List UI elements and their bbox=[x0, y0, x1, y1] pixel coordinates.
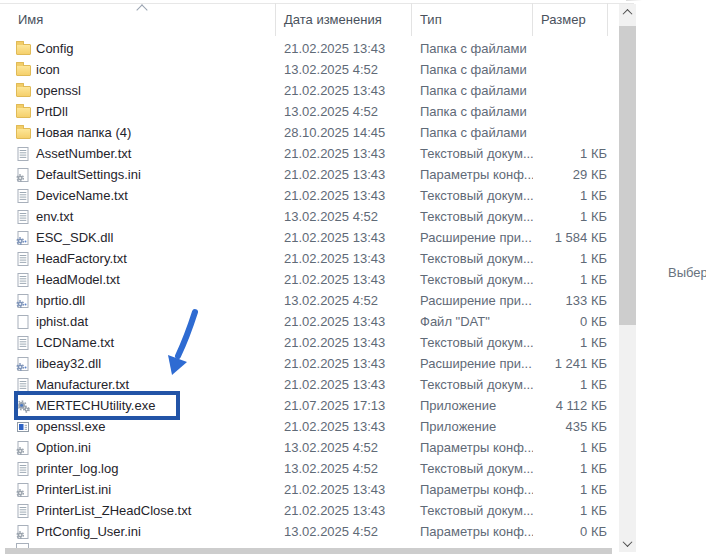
file-type: Папка с файлами bbox=[412, 122, 533, 143]
file-name: Option.ini bbox=[36, 437, 91, 458]
file-size: 1 КБ bbox=[533, 185, 608, 206]
scroll-down-button[interactable] bbox=[619, 535, 636, 552]
folder-icon bbox=[15, 125, 31, 141]
file-row[interactable]: AssetNumber.txt 21.02.2025 13:43 Текстов… bbox=[0, 143, 619, 164]
file-size: 1 КБ bbox=[533, 143, 608, 164]
file-row[interactable]: printer_log.log 13.02.2025 4:52 Текстовы… bbox=[0, 458, 619, 479]
folder-icon bbox=[15, 83, 31, 99]
file-row[interactable]: DefaultSettings.ini 21.02.2025 13:43 Пар… bbox=[0, 164, 619, 185]
text-file-icon bbox=[15, 209, 31, 225]
file-date-modified: 13.02.2025 4:52 bbox=[276, 101, 412, 122]
file-size: 1 КБ bbox=[533, 248, 608, 269]
file-row[interactable]: DeviceName.txt 21.02.2025 13:43 Текстовы… bbox=[0, 185, 619, 206]
file-date-modified: 13.02.2025 4:52 bbox=[276, 458, 412, 479]
file-type: Параметры конф... bbox=[412, 521, 533, 542]
file-name: ESC_SDK.dll bbox=[36, 227, 113, 248]
file-date-modified: 21.02.2025 13:43 bbox=[276, 374, 412, 395]
file-row[interactable]: iphist.dat 21.02.2025 13:43 Файл "DAT" 0… bbox=[0, 311, 619, 332]
dll-file-icon bbox=[15, 356, 31, 372]
file-list: Config 21.02.2025 13:43 Папка с файлами … bbox=[0, 38, 619, 542]
file-size: 1 КБ bbox=[533, 500, 608, 521]
file-size bbox=[533, 80, 608, 101]
file-date-modified: 21.02.2025 13:43 bbox=[276, 143, 412, 164]
file-size bbox=[533, 38, 608, 59]
text-file-icon bbox=[15, 335, 31, 351]
folder-icon bbox=[15, 104, 31, 120]
file-row[interactable]: Новая папка (4) 28.10.2025 14:45 Папка с… bbox=[0, 122, 619, 143]
file-date-modified: 21.02.2025 13:43 bbox=[276, 248, 412, 269]
file-row[interactable]: LCDName.txt 21.02.2025 13:43 Текстовый д… bbox=[0, 332, 619, 353]
file-type: Параметры конф... bbox=[412, 479, 533, 500]
column-header-size[interactable]: Размер bbox=[533, 3, 608, 36]
file-size: 1 КБ bbox=[533, 437, 608, 458]
file-name: openssl bbox=[36, 80, 81, 101]
file-row[interactable]: Manufacturer.txt 21.02.2025 13:43 Тексто… bbox=[0, 374, 619, 395]
file-date-modified: 13.02.2025 4:52 bbox=[276, 290, 412, 311]
file-type: Параметры конф... bbox=[412, 164, 533, 185]
dat-file-icon bbox=[15, 314, 31, 330]
ini-file-icon bbox=[15, 167, 31, 183]
file-name: libeay32.dll bbox=[36, 353, 101, 374]
file-row[interactable]: libeay32.dll 21.02.2025 13:43 Расширение… bbox=[0, 353, 619, 374]
file-name: AssetNumber.txt bbox=[36, 143, 131, 164]
file-type: Расширение при... bbox=[412, 353, 533, 374]
file-row[interactable]: openssl 21.02.2025 13:43 Папка с файлами bbox=[0, 80, 619, 101]
file-row[interactable]: icon 13.02.2025 4:52 Папка с файлами bbox=[0, 59, 619, 80]
exe-file-icon bbox=[15, 398, 31, 414]
file-size: 435 КБ bbox=[533, 416, 608, 437]
file-date-modified: 13.02.2025 4:52 bbox=[276, 206, 412, 227]
file-date-modified: 21.02.2025 13:43 bbox=[276, 227, 412, 248]
preview-pane-placeholder: Выбер bbox=[668, 265, 706, 280]
file-row[interactable]: PrinterList.ini 21.02.2025 13:43 Парамет… bbox=[0, 479, 619, 500]
text-file-icon bbox=[15, 272, 31, 288]
file-name: HeadFactory.txt bbox=[36, 248, 127, 269]
file-size: 1 584 КБ bbox=[533, 227, 608, 248]
file-name: PrtDll bbox=[36, 101, 68, 122]
text-file-icon bbox=[15, 503, 31, 519]
file-row[interactable]: Option.ini 13.02.2025 4:52 Параметры кон… bbox=[0, 437, 619, 458]
column-header-type[interactable]: Тип bbox=[412, 3, 533, 36]
ini-file-icon bbox=[15, 482, 31, 498]
file-type: Папка с файлами bbox=[412, 59, 533, 80]
horizontal-scrollbar-thumb[interactable] bbox=[5, 548, 612, 554]
file-size bbox=[533, 101, 608, 122]
file-row[interactable]: ESC_SDK.dll 21.02.2025 13:43 Расширение … bbox=[0, 227, 619, 248]
file-date-modified: 21.02.2025 13:43 bbox=[276, 269, 412, 290]
file-size: 133 КБ bbox=[533, 290, 608, 311]
text-file-icon bbox=[15, 377, 31, 393]
file-date-modified: 21.02.2025 13:43 bbox=[276, 416, 412, 437]
file-date-modified: 21.02.2025 13:43 bbox=[276, 164, 412, 185]
file-date-modified: 21.02.2025 13:43 bbox=[276, 479, 412, 500]
file-name: icon bbox=[36, 59, 60, 80]
file-date-modified: 21.02.2025 13:43 bbox=[276, 332, 412, 353]
file-row[interactable]: hprtio.dll 13.02.2025 4:52 Расширение пр… bbox=[0, 290, 619, 311]
file-name: env.txt bbox=[36, 206, 73, 227]
file-date-modified: 13.02.2025 4:52 bbox=[276, 437, 412, 458]
file-row[interactable]: HeadModel.txt 21.02.2025 13:43 Текстовый… bbox=[0, 269, 619, 290]
file-name: HeadModel.txt bbox=[36, 269, 120, 290]
file-size: 29 КБ bbox=[533, 164, 608, 185]
file-row[interactable]: HeadFactory.txt 21.02.2025 13:43 Текстов… bbox=[0, 248, 619, 269]
file-type: Текстовый докум... bbox=[412, 143, 533, 164]
file-row[interactable]: env.txt 13.02.2025 4:52 Текстовый докум.… bbox=[0, 206, 619, 227]
file-type: Папка с файлами bbox=[412, 80, 533, 101]
file-row[interactable]: PrtDll 13.02.2025 4:52 Папка с файлами bbox=[0, 101, 619, 122]
vertical-scrollbar-thumb[interactable] bbox=[619, 26, 636, 325]
column-header-date-label: Дата изменения bbox=[284, 12, 382, 27]
file-row[interactable]: PrtConfig_User.ini 13.02.2025 4:52 Парам… bbox=[0, 521, 619, 542]
scroll-up-button[interactable] bbox=[619, 4, 636, 21]
file-name: DeviceName.txt bbox=[36, 185, 128, 206]
file-row[interactable]: Config 21.02.2025 13:43 Папка с файлами bbox=[0, 38, 619, 59]
file-row[interactable]: MERTECHUtility.exe 21.07.2025 17:13 Прил… bbox=[0, 395, 619, 416]
vertical-scrollbar[interactable] bbox=[619, 4, 636, 552]
file-name: Новая папка (4) bbox=[36, 122, 131, 143]
column-header-row: Имя Дата изменения Тип Размер bbox=[0, 3, 619, 36]
file-name: openssl.exe bbox=[36, 416, 105, 437]
file-row[interactable]: openssl.exe 21.02.2025 13:43 Приложение … bbox=[0, 416, 619, 437]
file-type: Файл "DAT" bbox=[412, 311, 533, 332]
file-row[interactable]: PrinterList_ZHeadClose.txt 21.02.2025 13… bbox=[0, 500, 619, 521]
file-type: Параметры конф... bbox=[412, 437, 533, 458]
column-header-date-modified[interactable]: Дата изменения bbox=[276, 3, 412, 36]
file-size: 1 КБ bbox=[533, 332, 608, 353]
file-name: iphist.dat bbox=[36, 311, 88, 332]
